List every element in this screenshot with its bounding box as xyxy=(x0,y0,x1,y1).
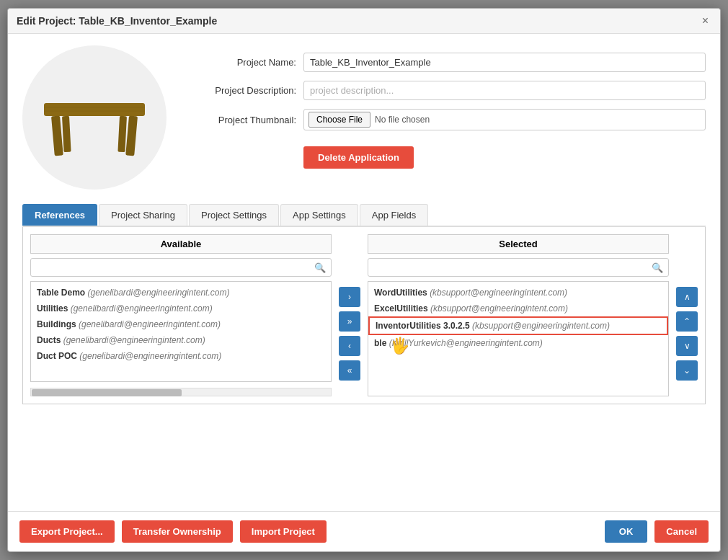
selected-header: Selected xyxy=(368,234,669,254)
available-column: Available 🔍 Table Demo (genelibardi@engi… xyxy=(30,234,332,396)
selected-search-wrapper: 🔍 xyxy=(368,258,669,277)
project-description-label: Project Description: xyxy=(181,85,296,96)
scroll-thumb xyxy=(32,389,182,396)
bottom-right-buttons: OK Cancel xyxy=(605,520,709,543)
project-name-input[interactable] xyxy=(303,53,706,72)
move-right-double-button[interactable]: » xyxy=(339,311,360,332)
available-scrollbar[interactable] xyxy=(30,388,332,396)
tabs-container: References Project Sharing Project Setti… xyxy=(22,204,706,227)
selected-column: Selected 🔍 WordUtilities (kbsupport@engi… xyxy=(368,234,669,396)
svg-rect-0 xyxy=(44,103,145,116)
project-description-input[interactable] xyxy=(303,81,706,100)
ud-arrow-column: ∧ ⌃ ∨ ⌄ xyxy=(676,234,698,396)
move-left-single-button[interactable]: ‹ xyxy=(339,336,360,356)
tab-app-settings[interactable]: App Settings xyxy=(280,204,358,226)
svg-rect-4 xyxy=(117,116,127,152)
available-header: Available xyxy=(30,234,332,254)
selected-item-word-utilities[interactable]: WordUtilities (kbsupport@engineeringinte… xyxy=(368,285,668,301)
available-item-duct-poc[interactable]: Duct POC (genelibardi@engineeringintent.… xyxy=(31,348,331,364)
choose-file-button[interactable]: Choose File xyxy=(308,112,370,128)
tab-app-fields[interactable]: App Fields xyxy=(360,204,428,226)
svg-rect-3 xyxy=(62,116,71,152)
close-button[interactable]: × xyxy=(699,14,711,27)
bottom-left-buttons: Export Project... Transfer Ownership Imp… xyxy=(19,520,327,543)
project-name-row: Project Name: xyxy=(181,53,706,72)
project-image-container xyxy=(22,45,167,190)
form-section: Project Name: Project Description: Proje… xyxy=(181,45,706,190)
top-section: Project Name: Project Description: Proje… xyxy=(22,45,706,190)
move-up-single-button[interactable]: ∧ xyxy=(676,287,698,307)
available-search-input[interactable] xyxy=(30,258,332,277)
move-left-double-button[interactable]: « xyxy=(339,360,360,381)
svg-rect-2 xyxy=(125,115,138,156)
move-up-double-button[interactable]: ⌃ xyxy=(676,311,698,332)
references-panel: Available 🔍 Table Demo (genelibardi@engi… xyxy=(22,227,706,404)
cancel-button[interactable]: Cancel xyxy=(654,520,709,543)
available-item-buildings[interactable]: Buildings (genelibardi@engineeringintent… xyxy=(31,316,331,332)
project-thumbnail-label: Project Thumbnail: xyxy=(181,115,296,125)
available-list[interactable]: Table Demo (genelibardi@engineeringinten… xyxy=(30,281,332,382)
dialog-title-bar: Edit Project: Table_KB_Inventor_Example … xyxy=(8,9,720,34)
transfer-ownership-button[interactable]: Transfer Ownership xyxy=(122,520,233,543)
selected-item-inventor-utilities[interactable]: InventorUtilities 3.0.2.5 (kbsupport@eng… xyxy=(368,316,668,335)
dialog-body: Project Name: Project Description: Proje… xyxy=(8,34,720,511)
tab-references[interactable]: References xyxy=(22,204,97,226)
edit-project-dialog: Edit Project: Table_KB_Inventor_Example … xyxy=(7,8,721,552)
move-down-double-button[interactable]: ⌄ xyxy=(676,360,698,381)
bottom-bar: Export Project... Transfer Ownership Imp… xyxy=(8,511,720,551)
project-description-row: Project Description: xyxy=(181,81,706,100)
export-project-button[interactable]: Export Project... xyxy=(19,520,115,543)
available-item-utilities[interactable]: Utilities (genelibardi@engineeringintent… xyxy=(31,301,331,316)
dialog-title: Edit Project: Table_KB_Inventor_Example xyxy=(17,15,217,27)
ok-button[interactable]: OK xyxy=(605,520,648,543)
project-thumbnail-image xyxy=(37,71,152,164)
delete-application-button[interactable]: Delete Application xyxy=(303,146,414,169)
tab-project-settings[interactable]: Project Settings xyxy=(189,204,279,226)
selected-item-ble[interactable]: ble (KirillYurkevich@engineeringintent.c… xyxy=(368,335,668,351)
tab-project-sharing[interactable]: Project Sharing xyxy=(99,204,187,226)
file-input-container: Choose File No file chosen xyxy=(303,109,706,130)
available-search-wrapper: 🔍 xyxy=(30,258,332,277)
move-down-single-button[interactable]: ∨ xyxy=(676,336,698,356)
svg-rect-1 xyxy=(51,115,63,156)
selected-list[interactable]: WordUtilities (kbsupport@engineeringinte… xyxy=(368,281,669,396)
import-project-button[interactable]: Import Project xyxy=(240,520,327,543)
available-item-ducts[interactable]: Ducts (genelibardi@engineeringintent.com… xyxy=(31,332,331,348)
available-item-table-demo[interactable]: Table Demo (genelibardi@engineeringinten… xyxy=(31,285,331,301)
project-thumbnail-row: Project Thumbnail: Choose File No file c… xyxy=(181,109,706,130)
selected-item-excel-utilities[interactable]: ExcelUtilities (kbsupport@engineeringint… xyxy=(368,301,668,316)
no-file-text: No file chosen xyxy=(375,115,430,125)
selected-search-input[interactable] xyxy=(368,258,669,277)
lr-arrow-column: › » ‹ « xyxy=(339,234,360,396)
project-name-label: Project Name: xyxy=(181,57,296,68)
move-right-single-button[interactable]: › xyxy=(339,287,360,307)
